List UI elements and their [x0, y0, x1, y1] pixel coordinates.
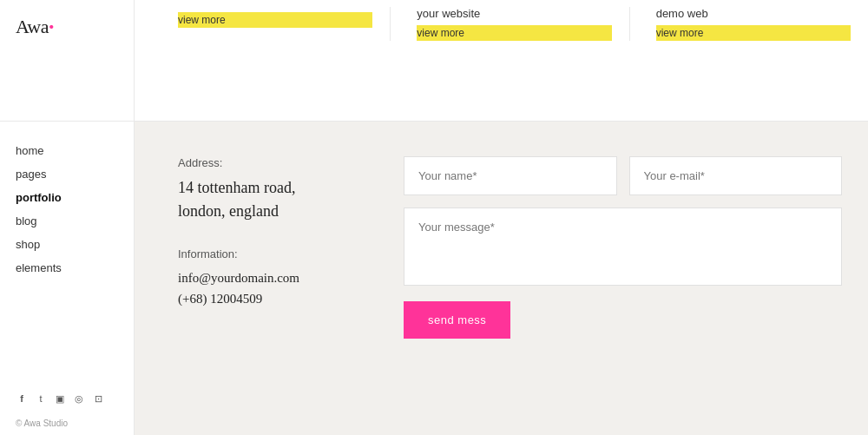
contact-phone: (+68) 12004509: [178, 288, 369, 309]
card2-title: your website: [417, 7, 611, 20]
contact-email: info@yourdomain.com: [178, 267, 369, 288]
logo-text: Awa: [16, 16, 49, 38]
circle-icon[interactable]: ◎: [73, 392, 85, 405]
sidebar: home pages portfolio blog shop elements …: [0, 122, 135, 435]
top-card-1: view more: [161, 7, 390, 28]
contact-section: Address: 14 tottenham road,london, engla…: [135, 122, 868, 435]
facebook-icon[interactable]: f: [16, 392, 28, 405]
top-card-2: your website view more: [390, 7, 628, 41]
contact-info: Address: 14 tottenham road,london, engla…: [178, 156, 369, 409]
name-input[interactable]: [404, 156, 617, 195]
address-label: Address:: [178, 156, 369, 169]
top-card-3: demo web view more: [629, 7, 868, 41]
sidebar-item-shop[interactable]: shop: [0, 233, 134, 256]
sidebar-item-pages[interactable]: pages: [0, 162, 134, 186]
email-input[interactable]: [629, 156, 843, 195]
cart-icon[interactable]: ⊡: [92, 392, 104, 405]
contact-form: send mess: [404, 156, 842, 409]
view-more-link-1[interactable]: view more: [178, 12, 372, 28]
sidebar-item-elements[interactable]: elements: [0, 256, 134, 280]
logo: Awa·: [0, 7, 134, 52]
sidebar-item-blog[interactable]: blog: [0, 209, 134, 233]
card3-title: demo web: [656, 7, 851, 20]
view-more-link-3[interactable]: view more: [656, 25, 851, 41]
form-name-email-row: [404, 156, 842, 195]
send-message-button[interactable]: send mess: [404, 301, 510, 339]
message-textarea[interactable]: [404, 208, 842, 286]
address-text: 14 tottenham road,london, england: [178, 176, 369, 223]
twitter-icon[interactable]: t: [35, 392, 47, 405]
copyright: © Awa Studio: [0, 417, 134, 435]
info-label: Information:: [178, 247, 369, 260]
sidebar-item-portfolio[interactable]: portfolio: [0, 186, 134, 209]
sidebar-item-home[interactable]: home: [0, 139, 134, 162]
instagram-icon[interactable]: ▣: [54, 392, 66, 405]
social-icons-bar: f t ▣ ◎ ⊡: [0, 380, 134, 417]
view-more-link-2[interactable]: view more: [417, 25, 611, 41]
